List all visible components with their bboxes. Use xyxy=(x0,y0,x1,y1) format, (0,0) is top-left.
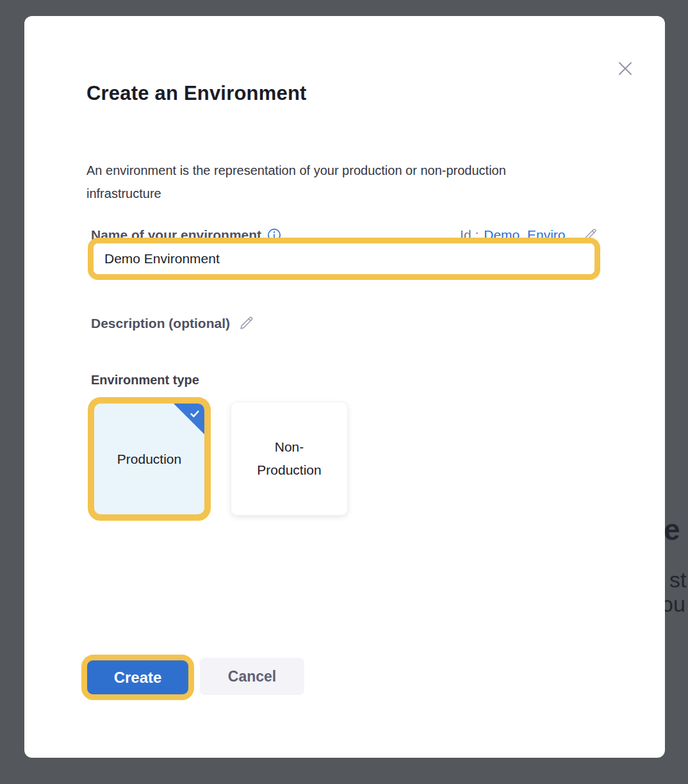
close-button[interactable] xyxy=(612,56,638,81)
dialog-title: Create an Environment xyxy=(86,82,307,105)
create-environment-dialog: Create an Environment An environment is … xyxy=(24,16,665,758)
environment-type-card-non-production[interactable]: Non-Production xyxy=(231,402,348,516)
environment-type-card-production[interactable]: Production xyxy=(94,404,204,514)
environment-type-production-highlight-ring: Production xyxy=(88,397,211,521)
description-field-label: Description (optional) xyxy=(91,316,230,331)
checkmark-icon xyxy=(188,407,201,420)
create-button-highlight-ring: Create xyxy=(81,655,194,700)
background-text-fragment: st xyxy=(669,568,686,592)
card-label-non-production: Non-Production xyxy=(249,436,329,482)
close-icon xyxy=(615,58,635,79)
dialog-description: An environment is the representation of … xyxy=(86,159,567,205)
card-label-production: Production xyxy=(117,448,181,471)
create-button[interactable]: Create xyxy=(87,660,188,694)
name-input-highlight-ring xyxy=(88,238,600,280)
cancel-button[interactable]: Cancel xyxy=(200,658,304,695)
environment-name-input[interactable] xyxy=(94,243,594,274)
environment-type-label: Environment type xyxy=(91,373,199,388)
pencil-icon[interactable] xyxy=(238,314,255,332)
background-text-fragment: e xyxy=(664,512,680,547)
page-overlay: { "overlay": { "background_color": "#545… xyxy=(0,0,688,784)
description-field-header: Description (optional) xyxy=(91,314,255,332)
